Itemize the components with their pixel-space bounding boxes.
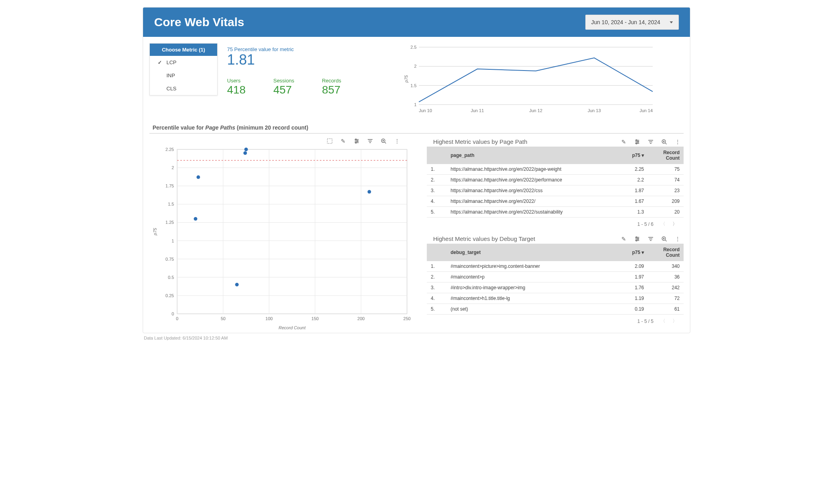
- table-row[interactable]: 4.https://almanac.httparchive.org/en/202…: [427, 196, 684, 207]
- select-icon[interactable]: [326, 137, 333, 145]
- more-icon[interactable]: ⋮: [674, 138, 681, 145]
- metric-option-cls[interactable]: CLS: [150, 82, 217, 95]
- edit-icon[interactable]: ✎: [340, 137, 347, 145]
- table-row[interactable]: 5.https://almanac.httparchive.org/en/202…: [427, 207, 684, 218]
- tune-icon[interactable]: [634, 235, 641, 242]
- table-row[interactable]: 4.#maincontent>h1.title.title-lg1.1972: [427, 293, 684, 304]
- svg-point-86: [636, 237, 637, 238]
- path-table: page_path p75 ▾ Record Count 1.https://a…: [427, 147, 684, 218]
- svg-text:150: 150: [311, 316, 319, 321]
- cell-count: 72: [648, 293, 684, 304]
- col-index: [427, 244, 447, 261]
- table-row[interactable]: 2.#maincontent>p1.9736: [427, 272, 684, 283]
- svg-point-66: [194, 217, 197, 221]
- metric-option-label: CLS: [166, 86, 176, 92]
- svg-text:1: 1: [414, 102, 416, 107]
- tune-icon[interactable]: [353, 137, 360, 145]
- svg-point-75: [636, 143, 637, 144]
- col-record-count[interactable]: Record Count: [648, 244, 684, 261]
- kpi-users-value: 418: [227, 84, 246, 96]
- cell-p75: 2.25: [619, 164, 648, 175]
- edit-icon[interactable]: ✎: [620, 138, 627, 145]
- svg-text:1: 1: [172, 239, 174, 243]
- cell-main: https://almanac.httparchive.org/en/2022/…: [447, 175, 619, 185]
- table-row[interactable]: 3.https://almanac.httparchive.org/en/202…: [427, 185, 684, 196]
- table-row[interactable]: 1.https://almanac.httparchive.org/en/202…: [427, 164, 684, 175]
- cell-index: 5.: [427, 207, 447, 218]
- percentile-value: 1.81: [227, 52, 394, 67]
- metric-picker: Choose Metric (1) ✓LCPINPCLS: [149, 43, 218, 95]
- cell-index: 4.: [427, 196, 447, 207]
- svg-text:1.5: 1.5: [411, 83, 416, 88]
- col-debug-target[interactable]: debug_target: [447, 244, 614, 261]
- metric-option-label: INP: [166, 73, 175, 78]
- kpi-records-label: Records: [322, 78, 341, 84]
- cell-p75: 2.2: [619, 175, 648, 185]
- pager-range: 1 - 5 / 5: [637, 319, 653, 324]
- cell-main: (not set): [447, 304, 614, 315]
- zoom-icon[interactable]: [661, 138, 668, 145]
- svg-line-25: [385, 142, 386, 144]
- table-row[interactable]: 1.#maincontent>picture>img.content-banne…: [427, 261, 684, 272]
- kpi-records-value: 857: [322, 84, 341, 96]
- date-range-label: Jun 10, 2024 - Jun 14, 2024: [591, 19, 660, 25]
- svg-text:250: 250: [403, 316, 411, 321]
- tune-icon[interactable]: [634, 138, 641, 145]
- col-record-count[interactable]: Record Count: [648, 147, 684, 164]
- debug-table-toolbar: ✎ ⋮: [618, 234, 684, 243]
- table-row[interactable]: 2.https://almanac.httparchive.org/en/202…: [427, 175, 684, 185]
- debug-table-title: Highest Metric values by Debug Target: [433, 235, 618, 242]
- filter-icon[interactable]: [647, 235, 654, 242]
- cell-p75: 1.76: [614, 283, 648, 293]
- more-icon[interactable]: ⋮: [394, 137, 401, 145]
- kpi-sessions-label: Sessions: [273, 78, 294, 84]
- svg-text:50: 50: [221, 316, 225, 321]
- svg-text:0: 0: [176, 316, 178, 321]
- svg-text:Jun 10: Jun 10: [419, 108, 432, 113]
- metric-option-inp[interactable]: INP: [150, 69, 217, 82]
- report-container: Core Web Vitals Jun 10, 2024 - Jun 14, 2…: [143, 7, 690, 333]
- more-icon[interactable]: ⋮: [674, 235, 681, 242]
- chevron-down-icon: [670, 21, 673, 23]
- zoom-icon[interactable]: [380, 137, 387, 145]
- svg-rect-28: [177, 149, 407, 314]
- pager-prev[interactable]: 〈: [661, 318, 665, 325]
- debug-pager: 1 - 5 / 5 〈 〉: [427, 315, 684, 326]
- svg-point-74: [638, 141, 639, 142]
- date-range-picker[interactable]: Jun 10, 2024 - Jun 14, 2024: [585, 15, 679, 30]
- tables-column: Highest Metric values by Page Path ✎: [427, 136, 684, 326]
- metric-option-label: LCP: [166, 59, 176, 65]
- filter-icon[interactable]: [647, 138, 654, 145]
- svg-text:0.25: 0.25: [166, 293, 174, 298]
- svg-point-62: [245, 148, 248, 151]
- cell-index: 2.: [427, 175, 447, 185]
- cell-count: 23: [648, 185, 684, 196]
- col-p75[interactable]: p75 ▾: [614, 244, 648, 261]
- svg-text:1.25: 1.25: [166, 220, 174, 225]
- kpi-sessions-value: 457: [273, 84, 294, 96]
- pager-next[interactable]: 〉: [673, 318, 677, 325]
- svg-text:0: 0: [172, 311, 174, 316]
- svg-text:2.25: 2.25: [166, 147, 174, 152]
- edit-icon[interactable]: ✎: [620, 235, 627, 242]
- scatter-chart: ✎ ⋮ 05010015020025000.250.50.7511.251.51…: [149, 136, 403, 333]
- zoom-icon[interactable]: [661, 235, 668, 242]
- svg-text:p75: p75: [153, 227, 157, 235]
- col-index: [427, 147, 447, 164]
- col-page-path[interactable]: page_path: [447, 147, 619, 164]
- metric-option-lcp[interactable]: ✓LCP: [150, 56, 217, 69]
- table-row[interactable]: 5.(not set)0.1961: [427, 304, 684, 315]
- svg-rect-14: [327, 139, 332, 143]
- col-p75[interactable]: p75 ▾: [619, 147, 648, 164]
- pager-next[interactable]: 〉: [673, 221, 677, 227]
- svg-point-19: [357, 141, 358, 142]
- pager-prev[interactable]: 〈: [661, 221, 665, 227]
- svg-text:Jun 12: Jun 12: [529, 108, 542, 113]
- svg-point-18: [355, 139, 357, 140]
- table-row[interactable]: 3.#intro>div.intro-image-wrapper>img1.76…: [427, 283, 684, 293]
- debug-table: debug_target p75 ▾ Record Count 1.#mainc…: [427, 244, 684, 315]
- svg-line-80: [665, 143, 667, 144]
- svg-text:200: 200: [357, 316, 365, 321]
- filter-icon[interactable]: [367, 137, 374, 145]
- kpi-block: 75 Percentile value for metric 1.81 User…: [227, 43, 394, 96]
